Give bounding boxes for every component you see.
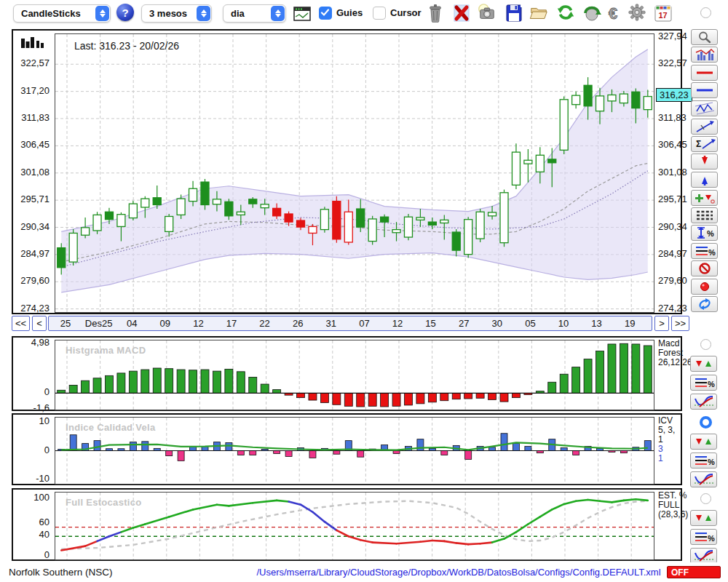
axis-tick-label: 0 [15,445,50,455]
axis-tick-label: 322,57 [658,57,692,68]
mini-chart-icon [293,6,311,22]
zoom-button[interactable] [691,29,718,45]
cursor-checkbox[interactable] [373,7,386,20]
trash-button[interactable] [425,3,446,23]
sigma-trendline-button[interactable]: Σ [691,136,718,152]
stochastic-percent-button[interactable]: % [690,529,717,545]
no-entry-icon [693,262,716,275]
currency-button[interactable]: € [605,3,625,23]
scroll-prev-button[interactable]: < [32,316,47,331]
interval-select[interactable]: dia [223,4,286,23]
axis-tick-label: 25 [50,318,82,329]
channel-button[interactable] [691,100,718,116]
macd-plot-area[interactable]: Histgrama MACD [55,340,654,410]
axis-tick-label: -1,6 [15,402,50,413]
icv-radio[interactable] [700,416,712,428]
guies-checkbox[interactable] [319,7,332,20]
stochastic-radio[interactable] [700,493,711,504]
snapshot-button[interactable] [477,3,497,23]
help-glyph: ? [122,7,128,19]
refresh-button[interactable] [555,2,576,23]
blue-hline-button[interactable] [691,82,718,98]
macd-params-label: Macd Forest 26,12,26 [658,339,692,367]
sync-button[interactable] [582,3,602,23]
refresh-icon [555,1,576,23]
arrow-down-button[interactable] [691,154,718,170]
axis-tick-label: 4,98 [15,337,50,348]
scroll-last-button[interactable]: >> [671,316,689,331]
crossing-curves-icon [692,473,716,486]
mini-chart-button[interactable] [292,4,312,24]
off-toggle-button[interactable]: OFF [667,566,721,578]
icv-percent-button[interactable]: % [690,453,717,469]
config-path-link[interactable]: /Users/mserra/Library/CloudStorage/Dropb… [248,567,670,578]
main-chart-radio[interactable] [700,7,711,18]
axis-tick-label: 295,71 [658,194,692,204]
axis-tick-label: 13 [581,318,613,329]
stochastic-arrows-button[interactable] [690,510,717,526]
up-down-arrows-icon [692,435,716,448]
vertical-range-button[interactable]: % [691,225,718,241]
blue-line-icon [693,84,716,97]
chart-type-select[interactable]: CandleSticks [13,4,111,23]
crossing-curves-icon [692,549,716,562]
period-select[interactable]: 3 mesos [141,4,212,23]
help-button[interactable]: ? [116,4,134,21]
sigma-trendline-icon: Σ [693,137,716,151]
axis-tick-label: 60 [15,517,50,527]
save-button[interactable] [504,3,524,23]
sync-arrows-button[interactable] [691,296,718,312]
stochastic-curve-button[interactable] [690,548,717,564]
disable-button[interactable] [691,260,718,276]
main-plot-area[interactable]: Last: 316.23 - 20/02/26 [55,33,654,313]
axis-tick-label: Des25 [83,318,115,329]
axis-tick-label: 22 [249,318,281,329]
axis-tick-label: 301,08 [15,167,50,178]
axis-tick-label: 19 [614,318,646,329]
percent-lines-button[interactable]: % [691,243,718,259]
axis-tick-label: 327,94 [658,31,692,41]
sync-arrows-icon [693,298,716,311]
settings-button[interactable] [627,2,647,23]
macd-y-axis: 4,980-1,6 [13,338,52,410]
toolbar: CandleSticks ? 3 mesos dia Guies Cur [0,0,728,26]
icv-arrows-button[interactable] [690,434,717,450]
macd-percent-button[interactable]: % [690,375,717,391]
open-button[interactable] [529,3,549,23]
stochastic-params-label: EST. % FULL (28,3,6) [658,491,688,519]
floppy-disk-icon [505,4,523,23]
axis-tick-label: 10 [547,318,579,329]
trendline-button[interactable] [691,119,718,135]
date-axis-strip[interactable]: 25Des2504091217222631071215273005101319 [48,316,652,331]
stochastic-plot-area[interactable]: Full Estocastico [55,492,654,560]
axis-tick-label: 17 [215,318,248,329]
chart-type-value: CandleSticks [14,8,95,19]
macd-arrows-button[interactable] [690,356,717,372]
arrow-up-button[interactable] [691,172,718,188]
icv-curve-button[interactable] [690,471,717,487]
red-hline-button[interactable] [691,65,718,81]
add-signal-button[interactable] [691,190,718,206]
icv-plot-area[interactable]: Indice Calidad Vela [55,417,654,485]
indicator-chart-button[interactable] [691,47,718,63]
levels-button[interactable] [691,207,718,223]
delete-button[interactable] [451,3,472,23]
chevron-updown-icon [197,6,210,21]
trendline-arrow-icon [693,120,716,133]
percent-lines-icon: % [692,454,716,467]
macd-curve-button[interactable] [690,394,717,410]
scroll-first-button[interactable]: << [12,316,30,331]
up-down-arrows-icon [692,357,716,370]
stochastic-panel: Full Estocastico 10060400 EST. % FULL (2… [12,488,682,561]
gear-icon [627,1,647,23]
macd-radio[interactable] [700,339,711,350]
axis-tick-label: 274,23 [658,303,692,314]
status-bar: Norfolk Southern (NSC) /Users/mserra/Lib… [0,562,728,582]
scroll-next-button[interactable]: > [654,316,669,331]
crossing-curves-icon [692,395,716,408]
trash-icon [427,4,444,23]
record-button[interactable] [691,279,718,295]
calendar-button[interactable]: 17 [653,3,673,23]
histogram-line-icon [693,48,716,61]
symbol-label: Norfolk Southern (NSC) [9,567,113,578]
